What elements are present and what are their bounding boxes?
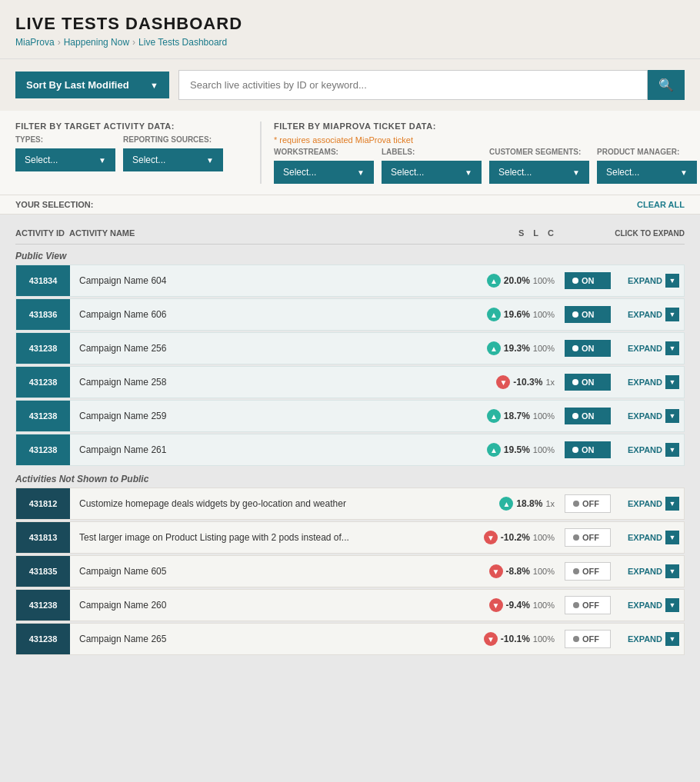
target-filter-label: Filter by Target Activity Data: (15, 121, 223, 131)
table-row: 431238 Campaign Name 259 ▲ 18.7% 100% ON… (15, 400, 685, 432)
expand-chevron-icon: ▼ (665, 308, 679, 321)
toggle-container: ON (561, 408, 615, 424)
reporting-label: REPORTING SOURCES: (123, 135, 223, 144)
col-s: S (518, 228, 524, 238)
sort-button[interactable]: Sort By Last Modified ▼ (15, 72, 169, 98)
metrics: ▼ -8.8% 100% (461, 564, 561, 578)
toggle-dot-icon (572, 278, 578, 284)
trend-icon: ▲ (487, 274, 501, 288)
metric-secondary: 100% (533, 533, 555, 542)
segments-dropdown[interactable]: Select... ▼ (489, 161, 589, 184)
filter-row: Filter by Target Activity Data: TYPES: S… (15, 121, 685, 184)
metric-secondary: 100% (533, 411, 555, 421)
expand-button[interactable]: EXPAND ▼ (615, 403, 684, 429)
toggle-button[interactable]: ON (565, 340, 611, 357)
breadcrumb-sep-2: › (132, 37, 135, 48)
activity-name: Customize homepage deals widgets by geo-… (70, 492, 461, 515)
expand-button[interactable]: EXPAND ▼ (615, 437, 684, 463)
activity-name: Campaign Name 265 (70, 627, 461, 651)
metric-secondary: 100% (533, 276, 555, 285)
expand-button[interactable]: EXPAND ▼ (615, 268, 684, 294)
breadcrumb-sep-1: › (58, 37, 61, 48)
metrics: ▼ -10.1% 100% (461, 632, 561, 646)
metric-percent: 18.7% (504, 411, 530, 421)
activity-id: 431812 (16, 488, 70, 519)
section-label-1: Activities Not Shown to Public (15, 468, 685, 488)
clear-all-button[interactable]: CLEAR ALL (637, 200, 685, 209)
expand-button[interactable]: EXPAND ▼ (615, 558, 684, 584)
expand-button[interactable]: EXPAND ▼ (615, 491, 684, 517)
product-arrow-icon: ▼ (680, 168, 688, 177)
expand-container: EXPAND ▼ (615, 592, 684, 618)
table-row: 431813 Test larger image on Product List… (15, 521, 685, 554)
types-group: TYPES: Select... ▼ (15, 135, 115, 171)
product-label: PRODUCT MANAGER: (597, 148, 697, 156)
toggle-dot-icon (573, 636, 579, 642)
ticket-filter-label: Filter by MiaProva Ticket Data: (274, 121, 697, 131)
expand-chevron-icon: ▼ (665, 564, 679, 578)
toggle-button[interactable]: ON (565, 374, 611, 391)
activity-id: 431835 (16, 556, 70, 587)
expand-container: EXPAND ▼ (615, 369, 684, 395)
workstreams-dropdown[interactable]: Select... ▼ (274, 161, 374, 184)
sort-label: Sort By Last Modified (26, 79, 129, 91)
toggle-button[interactable]: ON (565, 441, 611, 458)
breadcrumb-happening-now[interactable]: Happening Now (64, 37, 129, 48)
types-dropdown[interactable]: Select... ▼ (15, 148, 115, 171)
expand-chevron-icon: ▼ (665, 443, 679, 457)
table-body: Public View 431834 Campaign Name 604 ▲ 2… (15, 245, 685, 655)
toggle-container: OFF (561, 630, 615, 648)
product-dropdown[interactable]: Select... ▼ (597, 161, 697, 184)
expand-button[interactable]: EXPAND ▼ (615, 369, 684, 395)
toggle-dot-icon (573, 568, 579, 574)
toggle-container: OFF (561, 562, 615, 581)
metrics: ▲ 19.5% 100% (461, 443, 561, 457)
expand-button[interactable]: EXPAND ▼ (615, 592, 684, 618)
metrics: ▲ 20.0% 100% (461, 274, 561, 288)
segments-arrow-icon: ▼ (572, 168, 580, 177)
trend-icon: ▼ (484, 632, 498, 646)
expand-container: EXPAND ▼ (615, 301, 684, 328)
toggle-button[interactable]: OFF (565, 528, 611, 547)
workstreams-group: WORKSTREAMS: Select... ▼ (274, 148, 374, 184)
activity-name: Campaign Name 256 (70, 337, 461, 360)
toggle-dot-icon (572, 379, 578, 385)
toggle-button[interactable]: OFF (565, 494, 611, 513)
toggle-button[interactable]: ON (565, 306, 611, 323)
toggle-button[interactable]: ON (565, 408, 611, 424)
activity-id: 431238 (16, 624, 70, 654)
activity-id: 431238 (16, 401, 70, 431)
types-arrow-icon: ▼ (98, 156, 106, 165)
ticket-dropdowns: WORKSTREAMS: Select... ▼ LABELS: Select.… (274, 148, 697, 184)
table-row: 431238 Campaign Name 258 ▼ -10.3% 1x ON … (15, 366, 685, 398)
expand-button[interactable]: EXPAND ▼ (615, 335, 684, 361)
activity-name: Campaign Name 258 (70, 371, 461, 394)
trend-icon: ▼ (489, 598, 503, 612)
metric-secondary: 1x (545, 499, 555, 508)
metric-secondary: 100% (533, 445, 555, 454)
activity-name: Campaign Name 606 (70, 303, 461, 326)
segments-value: Select... (498, 167, 532, 178)
expand-button[interactable]: EXPAND ▼ (615, 524, 684, 551)
toggle-button[interactable]: ON (565, 272, 611, 289)
activity-id: 431836 (16, 299, 70, 330)
labels-dropdown[interactable]: Select... ▼ (382, 161, 482, 184)
expand-chevron-icon: ▼ (665, 409, 679, 423)
toggle-button[interactable]: OFF (565, 630, 611, 648)
toggle-button[interactable]: OFF (565, 596, 611, 614)
table-row: 431238 Campaign Name 261 ▲ 19.5% 100% ON… (15, 434, 685, 466)
expand-button[interactable]: EXPAND ▼ (615, 626, 684, 652)
search-input[interactable] (178, 70, 648, 100)
toggle-button[interactable]: OFF (565, 562, 611, 581)
expand-button[interactable]: EXPAND ▼ (615, 301, 684, 328)
trend-icon: ▼ (496, 375, 510, 389)
reporting-arrow-icon: ▼ (206, 156, 214, 165)
metrics: ▲ 18.7% 100% (461, 409, 561, 423)
metric-secondary: 100% (533, 344, 555, 353)
reporting-dropdown[interactable]: Select... ▼ (123, 148, 223, 171)
col-header-expand: CLICK TO EXPAND (608, 229, 685, 238)
activity-name: Campaign Name 259 (70, 404, 461, 428)
breadcrumb-miaprova[interactable]: MiaProva (15, 37, 55, 48)
expand-chevron-icon: ▼ (665, 497, 679, 511)
search-button[interactable]: 🔍 (648, 70, 685, 100)
